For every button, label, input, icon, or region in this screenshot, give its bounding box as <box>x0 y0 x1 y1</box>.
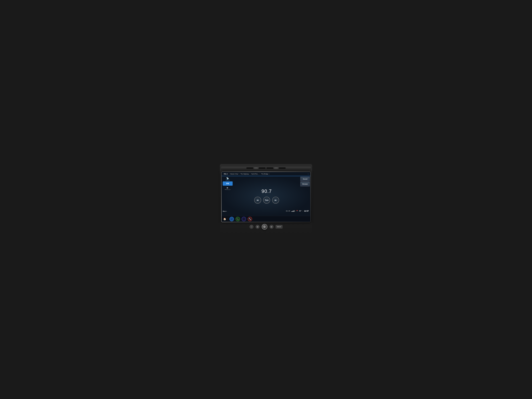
temperature-display: 60° <box>299 210 302 212</box>
iphone-label: iPhone (7) ≥ <box>225 189 230 190</box>
prev-track-button[interactable]: ⏮ <box>254 197 261 204</box>
next-track-icon: ⏭ <box>275 199 277 201</box>
channel-tab-yacht-rock[interactable]: Yacht Roc... <box>250 173 260 175</box>
tune-button[interactable]: Tune <box>263 197 270 204</box>
nav-bar: 🏠 ♪ 📞 ✦ 🔧 <box>222 216 310 222</box>
vent-knob[interactable] <box>254 167 258 169</box>
status-area: 4G LTE 📍 60° | 12:57 <box>286 210 309 212</box>
physical-home-button[interactable]: ⌂ <box>249 225 253 229</box>
channel-bar: Hits 1 Classic Vinyl The Highway Yacht R… <box>222 172 310 176</box>
nav-extra-button[interactable]: 🔧 <box>248 217 252 221</box>
sound-button[interactable]: Sound <box>300 177 310 181</box>
fm-source-button[interactable]: FM <box>223 181 233 186</box>
more-button[interactable]: More > <box>223 211 227 212</box>
home-nav-icon[interactable]: 🏠 <box>223 218 226 221</box>
physical-prev-button[interactable]: ⏮ <box>256 225 260 229</box>
signal-strength-indicator <box>291 210 295 212</box>
vent-slot <box>247 167 253 169</box>
clock-display: 12:57 <box>304 210 309 212</box>
signal-bar-1 <box>291 211 292 212</box>
prev-track-icon: ⏮ <box>257 199 259 201</box>
main-content-area: 📡 SiriusXM FM ▶ iPhone (7) ≥ 90.7 ⏮ <box>222 176 310 216</box>
browse-button[interactable]: Browse <box>300 182 310 186</box>
signal-bar-2 <box>292 211 293 212</box>
car-infotainment-unit: Hits 1 Classic Vinyl The Highway Yacht R… <box>220 164 312 235</box>
signal-bar-5 <box>294 210 295 212</box>
signal-bar-4 <box>294 210 294 212</box>
physical-controls-bar: ⌂ ⏮ ⏻ ⏭ BACK <box>221 222 311 230</box>
music-note-icon: ♪ <box>231 218 232 220</box>
physical-next-button[interactable]: ⏭ <box>270 225 273 229</box>
next-track-button[interactable]: ⏭ <box>272 197 279 204</box>
channel-tab-highway[interactable]: The Highway <box>239 173 250 175</box>
frequency-display: 90.7 <box>261 189 272 194</box>
nav-extra-icon: 🔧 <box>249 218 251 220</box>
iphone-source-button[interactable]: ▶ iPhone (7) ≥ <box>225 186 230 190</box>
vent-slot <box>266 167 273 169</box>
phone-icon: 📞 <box>236 218 239 220</box>
air-vent-bar <box>221 167 311 170</box>
music-nav-button[interactable]: ♪ <box>229 217 234 221</box>
siriusxm-text: SiriusXM <box>226 180 230 181</box>
status-divider: | <box>303 210 303 212</box>
vent-slot <box>279 167 285 169</box>
channel-tab-bridge[interactable]: The Bridge <box>260 173 269 175</box>
channel-scroll-right[interactable]: › <box>307 173 309 175</box>
power-volume-knob[interactable]: ⏻ <box>262 224 267 230</box>
channel-tab-hits1[interactable]: Hits 1 <box>223 173 229 175</box>
siriusxm-logo: 📡 SiriusXM <box>226 177 230 181</box>
left-sidebar: 📡 SiriusXM FM ▶ iPhone (7) ≥ <box>222 176 234 216</box>
onstar-icon: ✦ <box>243 218 245 220</box>
vent-slot <box>259 167 266 169</box>
phone-nav-button[interactable]: 📞 <box>235 217 240 221</box>
transport-controls: ⏮ Tune ⏭ <box>254 197 279 204</box>
signal-type-label: 4G LTE <box>286 210 290 212</box>
physical-back-button[interactable]: BACK <box>276 225 283 228</box>
location-icon: 📍 <box>296 210 298 212</box>
channel-tab-classic-vinyl[interactable]: Classic Vinyl <box>229 173 239 175</box>
signal-bar-3 <box>293 211 293 212</box>
play-icon: ▶ <box>227 186 228 189</box>
siriusxm-signal-icon: 📡 <box>226 177 229 180</box>
vent-knob[interactable] <box>274 167 278 169</box>
infotainment-screen: Hits 1 Classic Vinyl The Highway Yacht R… <box>222 172 310 222</box>
onstar-nav-button[interactable]: ✦ <box>242 217 246 221</box>
screen-bezel: Hits 1 Classic Vinyl The Highway Yacht R… <box>221 171 311 222</box>
